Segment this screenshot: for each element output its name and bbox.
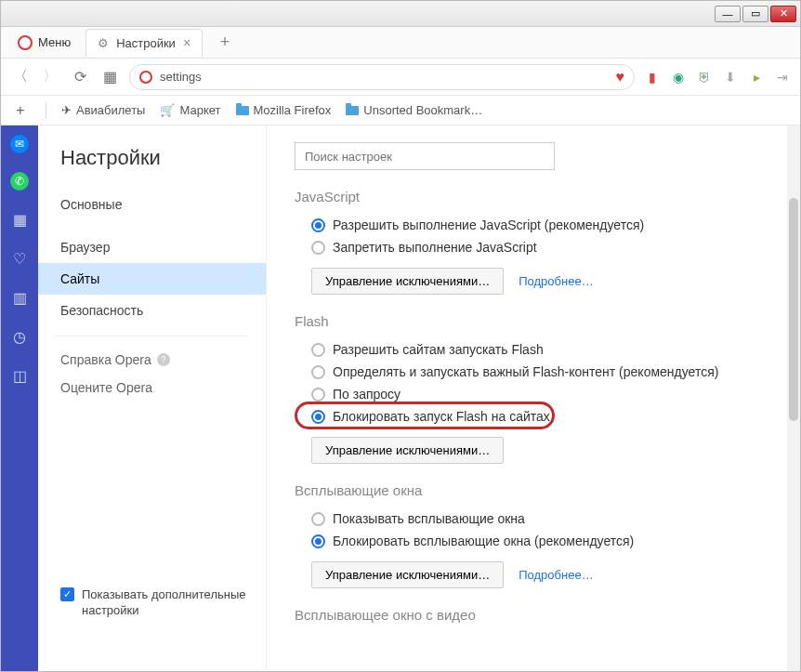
nav-item-security[interactable]: Безопасность — [38, 295, 266, 326]
folder-icon — [346, 106, 359, 115]
radio-icon — [311, 343, 325, 357]
window-titlebar: — ▭ ✕ — [1, 1, 800, 27]
scrollbar-thumb[interactable] — [789, 198, 798, 421]
heart-icon[interactable]: ♥ — [616, 69, 625, 86]
help-opera-link[interactable]: Справка Opera ? — [38, 346, 266, 374]
radio-selected-icon — [311, 410, 325, 424]
flash-manage-exceptions-button[interactable]: Управление исключениями… — [311, 437, 504, 464]
messenger-icon[interactable]: ✉ — [10, 135, 29, 153]
extension-icon-2[interactable]: ◉ — [670, 69, 687, 86]
reload-button[interactable]: ⟳ — [70, 67, 90, 87]
news-icon[interactable]: ▥ — [9, 287, 30, 308]
advanced-label: Показывать дополнительные настройки — [82, 587, 249, 619]
sidebar-toggle-icon[interactable]: ⇥ — [774, 69, 791, 86]
flash-allow-radio[interactable]: Разрешить сайтам запускать Flash — [295, 338, 772, 361]
bookmark-label: Маркет — [179, 103, 220, 117]
bookmark-label: Unsorted Bookmark… — [363, 103, 482, 117]
rate-opera-link[interactable]: Оцените Opera — [38, 374, 266, 402]
radio-label: Блокировать запуск Flash на сайтах — [333, 409, 550, 424]
tab-title: Настройки — [116, 36, 176, 50]
js-deny-radio[interactable]: Запретить выполнение JavaScript — [295, 236, 772, 258]
opera-logo-icon — [18, 35, 33, 50]
download-icon[interactable]: ⬇ — [722, 69, 739, 86]
nav-item-browser[interactable]: Браузер — [38, 231, 266, 263]
folder-icon — [236, 106, 249, 115]
opera-sidebar: ✉ ✆ ▦ ♡ ▥ ◷ ◫ — [1, 125, 38, 671]
settings-content: Настройки Основные Браузер Сайты Безопас… — [38, 125, 800, 671]
radio-label: Разрешить сайтам запускать Flash — [333, 342, 544, 357]
nav-item-sites[interactable]: Сайты — [38, 263, 266, 295]
bookmark-unsorted[interactable]: Unsorted Bookmark… — [346, 103, 482, 117]
menu-label: Меню — [38, 35, 71, 49]
opera-menu-button[interactable]: Меню — [8, 32, 80, 54]
show-advanced-checkbox[interactable]: ✓ Показывать дополнительные настройки — [60, 587, 249, 619]
popups-more-link[interactable]: Подробнее… — [519, 568, 593, 582]
radio-label: Блокировать всплывающие окна (рекомендуе… — [333, 534, 634, 548]
settings-search-input[interactable] — [295, 142, 555, 170]
page-title: Настройки — [38, 146, 266, 189]
help-label: Справка Opera — [60, 352, 151, 367]
flash-block-radio[interactable]: Блокировать запуск Flash на сайтах — [295, 405, 772, 428]
flash-ondemand-radio[interactable]: По запросу — [295, 383, 772, 405]
section-heading-flash: Flash — [295, 313, 772, 329]
bookmark-market[interactable]: 🛒 Маркет — [160, 103, 220, 117]
radio-selected-icon — [311, 218, 325, 232]
radio-label: Показывать всплывающие окна — [333, 511, 525, 526]
cart-icon: 🛒 — [160, 103, 175, 117]
address-bar[interactable]: ♥ — [129, 64, 635, 90]
forward-button[interactable]: 〉 — [40, 67, 60, 87]
minimize-button[interactable]: — — [715, 6, 741, 22]
heart-icon[interactable]: ♡ — [9, 248, 30, 269]
popups-show-radio[interactable]: Показывать всплывающие окна — [295, 507, 772, 530]
bookmarks-bar: + ✈ Авиабилеты 🛒 Маркет Mozilla Firefox … — [1, 96, 800, 125]
popups-block-radio[interactable]: Блокировать всплывающие окна (рекомендуе… — [295, 530, 772, 552]
radio-label: По запросу — [333, 387, 400, 402]
bookmark-aviatickets[interactable]: ✈ Авиабилеты — [61, 103, 145, 117]
close-button[interactable]: ✕ — [770, 6, 796, 22]
extension-icon-1[interactable]: ▮ — [644, 69, 661, 86]
toolbar: 〈 〉 ⟳ ▦ ♥ ▮ ◉ ⛨ ⬇ ▸ ⇥ — [1, 59, 800, 96]
settings-panel: JavaScript Разрешить выполнение JavaScri… — [267, 125, 800, 671]
settings-sidebar: Настройки Основные Браузер Сайты Безопас… — [38, 125, 267, 671]
main-area: ✉ ✆ ▦ ♡ ▥ ◷ ◫ Настройки Основные Браузер… — [1, 125, 800, 671]
section-heading-javascript: JavaScript — [295, 189, 772, 204]
extensions-icon[interactable]: ◫ — [9, 365, 30, 386]
section-heading-video-popup: Всплывающее окно с видео — [295, 607, 772, 623]
tab-close-icon[interactable]: × — [183, 35, 190, 50]
tabs-bar: Меню ⚙ Настройки × + — [1, 27, 800, 59]
js-allow-radio[interactable]: Разрешить выполнение JavaScript (рекомен… — [295, 214, 772, 236]
url-input[interactable] — [160, 70, 609, 84]
speed-dial-icon[interactable]: ▦ — [9, 209, 30, 230]
new-tab-button[interactable]: + — [212, 32, 238, 54]
radio-label: Определять и запускать важный Flash-конт… — [333, 364, 718, 379]
opera-logo-icon — [139, 71, 152, 84]
plane-icon: ✈ — [61, 103, 72, 117]
divider — [55, 336, 249, 336]
extension-icon-4[interactable]: ▸ — [748, 69, 765, 86]
whatsapp-icon[interactable]: ✆ — [10, 172, 29, 191]
history-icon[interactable]: ◷ — [9, 326, 30, 347]
checkbox-checked-icon: ✓ — [60, 587, 74, 601]
js-more-link[interactable]: Подробнее… — [519, 274, 593, 288]
tab-settings[interactable]: ⚙ Настройки × — [85, 29, 203, 57]
speed-dial-button[interactable]: ▦ — [99, 67, 120, 87]
radio-icon — [311, 512, 325, 526]
scrollbar-track[interactable] — [787, 125, 800, 671]
extension-icon-3[interactable]: ⛨ — [696, 69, 713, 86]
radio-selected-icon — [311, 534, 325, 548]
js-manage-exceptions-button[interactable]: Управление исключениями… — [311, 268, 504, 295]
bookmark-mozilla[interactable]: Mozilla Firefox — [236, 103, 332, 117]
help-icon: ? — [157, 353, 170, 366]
maximize-button[interactable]: ▭ — [742, 6, 768, 22]
radio-label: Разрешить выполнение JavaScript (рекомен… — [333, 217, 644, 232]
radio-icon — [311, 241, 325, 255]
radio-icon — [311, 388, 325, 402]
nav-item-basic[interactable]: Основные — [38, 189, 266, 220]
add-bookmark-button[interactable]: + — [10, 100, 31, 121]
gear-icon: ⚙ — [98, 36, 109, 50]
back-button[interactable]: 〈 — [10, 67, 31, 87]
radio-icon — [311, 365, 325, 379]
flash-detect-radio[interactable]: Определять и запускать важный Flash-конт… — [295, 361, 772, 383]
popups-manage-exceptions-button[interactable]: Управление исключениями… — [311, 561, 504, 588]
divider — [46, 102, 46, 119]
